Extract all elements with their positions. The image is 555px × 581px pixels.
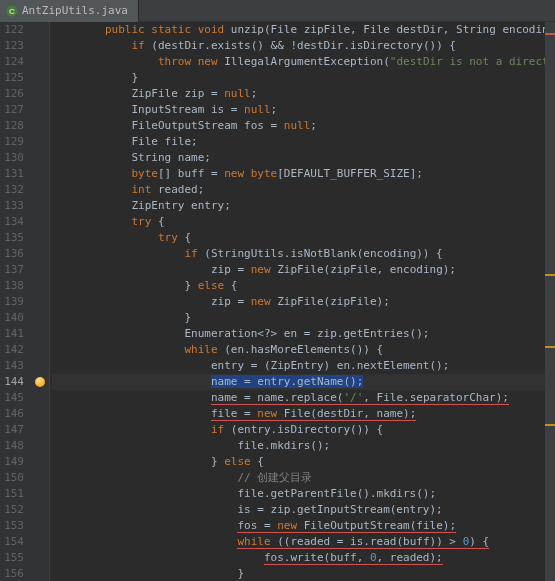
code-line[interactable]: if (entry.isDirectory()) { [52,422,555,438]
code-line[interactable]: entry = (ZipEntry) en.nextElement(); [52,358,555,374]
code-line[interactable]: ZipEntry entry; [52,198,555,214]
marker-gutter [30,22,50,581]
line-number: 139 [0,294,24,310]
file-tab[interactable]: C AntZipUtils.java [0,0,139,22]
line-number: 125 [0,70,24,86]
line-number: 140 [0,310,24,326]
line-number: 131 [0,166,24,182]
gutter-marker-slot [30,406,49,422]
gutter-marker-slot [30,374,49,390]
line-number-gutter: 1221231241251261271281291301311321331341… [0,22,30,581]
code-line[interactable]: public static void unzip(File zipFile, F… [52,22,555,38]
gutter-marker-slot [30,262,49,278]
line-number: 152 [0,502,24,518]
tab-filename: AntZipUtils.java [22,4,128,17]
code-line[interactable]: name = name.replace('/', File.separatorC… [52,390,555,406]
code-line[interactable]: } else { [52,454,555,470]
gutter-marker-slot [30,550,49,566]
line-number: 145 [0,390,24,406]
java-class-icon: C [6,5,18,17]
code-line[interactable]: } [52,70,555,86]
warning-stripe-mark[interactable] [545,424,555,426]
code-line[interactable]: fos = new FileOutputStream(file); [52,518,555,534]
gutter-marker-slot [30,342,49,358]
warning-stripe-mark[interactable] [545,346,555,348]
gutter-marker-slot [30,38,49,54]
code-line[interactable]: String name; [52,150,555,166]
gutter-marker-slot [30,198,49,214]
code-line[interactable]: // 创建父目录 [52,470,555,486]
code-line[interactable]: zip = new ZipFile(zipFile, encoding); [52,262,555,278]
gutter-marker-slot [30,134,49,150]
gutter-marker-slot [30,486,49,502]
code-line[interactable]: throw new IllegalArgumentException("dest… [52,54,555,70]
line-number: 133 [0,198,24,214]
line-number: 144 [0,374,24,390]
line-number: 155 [0,550,24,566]
line-number: 122 [0,22,24,38]
line-number: 127 [0,102,24,118]
code-line[interactable]: Enumeration<?> en = zip.getEntries(); [52,326,555,342]
gutter-marker-slot [30,150,49,166]
code-line[interactable]: FileOutputStream fos = null; [52,118,555,134]
code-line[interactable]: try { [52,230,555,246]
gutter-marker-slot [30,326,49,342]
line-number: 151 [0,486,24,502]
line-number: 141 [0,326,24,342]
code-line[interactable]: file.getParentFile().mkdirs(); [52,486,555,502]
gutter-marker-slot [30,534,49,550]
code-line[interactable]: } [52,310,555,326]
tab-bar: C AntZipUtils.java [0,0,555,22]
gutter-marker-slot [30,358,49,374]
code-line[interactable]: file.mkdirs(); [52,438,555,454]
line-number: 136 [0,246,24,262]
code-line[interactable]: fos.write(buff, 0, readed); [52,550,555,566]
line-number: 135 [0,230,24,246]
line-number: 130 [0,150,24,166]
gutter-marker-slot [30,310,49,326]
gutter-marker-slot [30,278,49,294]
gutter-marker-slot [30,454,49,470]
gutter-marker-slot [30,166,49,182]
code-line[interactable]: } [52,566,555,581]
gutter-marker-slot [30,230,49,246]
code-line[interactable]: InputStream is = null; [52,102,555,118]
code-content[interactable]: public static void unzip(File zipFile, F… [50,22,555,581]
code-line[interactable]: if (destDir.exists() && !destDir.isDirec… [52,38,555,54]
line-number: 134 [0,214,24,230]
line-number: 126 [0,86,24,102]
gutter-marker-slot [30,502,49,518]
code-line[interactable]: byte[] buff = new byte[DEFAULT_BUFFER_SI… [52,166,555,182]
code-line[interactable]: ZipFile zip = null; [52,86,555,102]
gutter-marker-slot [30,294,49,310]
code-line[interactable]: file = new File(destDir, name); [52,406,555,422]
code-line[interactable]: is = zip.getInputStream(entry); [52,502,555,518]
intention-bulb-icon[interactable] [35,377,45,387]
code-line[interactable]: int readed; [52,182,555,198]
editor-area[interactable]: 1221231241251261271281291301311321331341… [0,22,555,581]
code-line[interactable]: name = entry.getName(); [52,374,555,390]
line-number: 150 [0,470,24,486]
error-stripe-mark[interactable] [545,33,555,35]
gutter-marker-slot [30,182,49,198]
gutter-marker-slot [30,438,49,454]
line-number: 137 [0,262,24,278]
code-line[interactable]: try { [52,214,555,230]
code-line[interactable]: } else { [52,278,555,294]
line-number: 147 [0,422,24,438]
code-line[interactable]: zip = new ZipFile(zipFile); [52,294,555,310]
code-line[interactable]: while (en.hasMoreElements()) { [52,342,555,358]
code-line[interactable]: while ((readed = is.read(buff)) > 0) { [52,534,555,550]
code-line[interactable]: if (StringUtils.isNotBlank(encoding)) { [52,246,555,262]
code-line[interactable]: File file; [52,134,555,150]
warning-stripe-mark[interactable] [545,274,555,276]
gutter-marker-slot [30,214,49,230]
gutter-marker-slot [30,54,49,70]
line-number: 149 [0,454,24,470]
editor-scrollbar[interactable] [545,22,555,581]
gutter-marker-slot [30,470,49,486]
line-number: 142 [0,342,24,358]
line-number: 143 [0,358,24,374]
line-number: 148 [0,438,24,454]
gutter-marker-slot [30,422,49,438]
